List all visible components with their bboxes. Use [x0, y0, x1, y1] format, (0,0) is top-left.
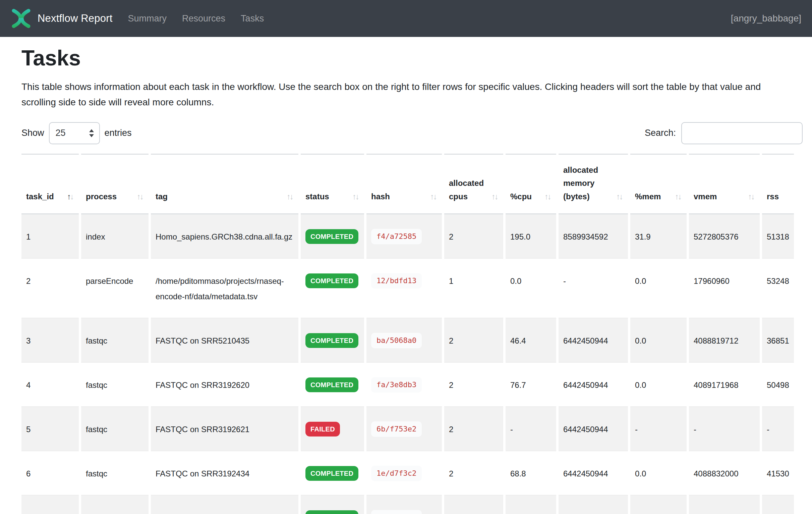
sort-icons: ↑↓	[675, 190, 682, 203]
cell-allocated-cpus: 2	[444, 495, 503, 514]
col-header-allocated-memory[interactable]: allocated memory (bytes) ↑↓	[558, 154, 628, 214]
col-label: process	[86, 190, 117, 203]
sort-desc-icon: ↓	[355, 192, 359, 201]
nav-link-tasks[interactable]: Tasks	[241, 13, 264, 24]
cell-tag: FASTQC on SRR3192434	[151, 451, 298, 495]
status-badge: COMPLETED	[306, 510, 358, 514]
col-label: %cpu	[510, 190, 532, 203]
cell-tag: FASTQC on SRR5210435	[151, 318, 298, 363]
cell-rss: 41530	[762, 451, 794, 495]
cell-allocated-memory: 6442450944	[558, 407, 628, 451]
table-row: 1 index Homo_sapiens.GRCh38.cdna.all.fa.…	[22, 214, 794, 259]
cell-task-id: 2	[22, 259, 79, 318]
cell-vmem: 4089171968	[689, 363, 760, 407]
cell-task-id: 3	[22, 318, 79, 363]
hash-code: ba/5068a0	[371, 333, 422, 348]
col-label: task_id	[26, 190, 54, 203]
sort-icons: ↑↓	[545, 190, 551, 203]
header-row: task_id ↑↓ process ↑↓ tag ↑↓ status ↑↓ h…	[22, 154, 794, 214]
page-length-value: 25	[56, 128, 66, 138]
col-label: %mem	[635, 190, 661, 203]
col-label: rss	[767, 190, 779, 203]
cell-tag: FASTQC on SRR3192620	[151, 363, 298, 407]
col-label: hash	[371, 190, 390, 203]
show-label: Show	[22, 128, 44, 138]
col-header-vmem[interactable]: vmem ↑↓	[689, 154, 760, 214]
cell-process: fastqc	[81, 495, 148, 514]
col-header-pcpu[interactable]: %cpu ↑↓	[505, 154, 556, 214]
col-header-status[interactable]: status ↑↓	[301, 154, 364, 214]
cell-rss: 51318	[762, 214, 794, 259]
col-header-task-id[interactable]: task_id ↑↓	[22, 154, 79, 214]
col-header-process[interactable]: process ↑↓	[81, 154, 148, 214]
sort-icons: ↑↓	[352, 190, 359, 203]
cell-task-id: 6	[22, 451, 79, 495]
status-badge: FAILED	[306, 422, 340, 436]
search-control: Search:	[645, 122, 803, 144]
sort-desc-icon: ↓	[548, 192, 551, 201]
cell-pcpu: 0.0	[505, 259, 556, 318]
col-label: allocated memory (bytes)	[563, 163, 614, 203]
cell-process: fastqc	[81, 363, 148, 407]
cell-pmem: -	[630, 407, 687, 451]
cell-pmem: 0.0	[630, 318, 687, 363]
sort-desc-icon: ↓	[619, 192, 623, 201]
col-header-allocated-cpus[interactable]: allocated cpus ↑↓	[444, 154, 503, 214]
hash-code: 6b/f753e2	[371, 422, 422, 437]
cell-task-id: 1	[22, 214, 79, 259]
hash-code: f4/a72585	[371, 229, 422, 244]
cell-hash: 5e/4886ef	[367, 495, 442, 514]
cell-allocated-memory: 6442450944	[558, 451, 628, 495]
cell-pcpu: 76.7	[505, 363, 556, 407]
cell-hash: 6b/f753e2	[367, 407, 442, 451]
cell-hash: 12/bdfd13	[367, 259, 442, 318]
cell-rss: 50498	[762, 363, 794, 407]
status-badge: COMPLETED	[306, 273, 358, 288]
col-header-pmem[interactable]: %mem ↑↓	[630, 154, 687, 214]
cell-allocated-cpus: 2	[444, 407, 503, 451]
cell-process: parseEncode	[81, 259, 148, 318]
cell-status: COMPLETED	[301, 318, 364, 363]
cell-pcpu: 46.4	[505, 318, 556, 363]
cell-rss: 38431	[762, 495, 794, 514]
nextflow-logo-icon	[11, 8, 31, 29]
col-header-rss[interactable]: rss	[762, 154, 794, 214]
col-header-tag[interactable]: tag ↑↓	[151, 154, 298, 214]
cell-vmem: 4088832000	[689, 451, 760, 495]
cell-allocated-memory: 6442450944	[558, 363, 628, 407]
page-length-control: Show 25 entries	[22, 122, 132, 144]
search-label: Search:	[645, 128, 676, 138]
cell-vmem: 5272805376	[689, 214, 760, 259]
hash-code: 5e/4886ef	[371, 510, 422, 514]
sort-desc-icon: ↓	[140, 192, 144, 201]
brand-link[interactable]: Nextflow Report	[11, 8, 113, 29]
sort-icons: ↑↓	[748, 190, 755, 203]
sort-icons: ↑↓	[137, 190, 144, 203]
cell-pcpu: 195.0	[505, 214, 556, 259]
cell-status: COMPLETED	[301, 259, 364, 318]
run-name: [angry_babbage]	[731, 13, 801, 24]
nav-link-resources[interactable]: Resources	[182, 13, 225, 24]
col-header-hash[interactable]: hash ↑↓	[367, 154, 442, 214]
hash-code: fa/3e8db3	[371, 377, 422, 393]
tasks-table-wrapper[interactable]: task_id ↑↓ process ↑↓ tag ↑↓ status ↑↓ h…	[22, 154, 812, 514]
cell-pcpu: 68.8	[505, 451, 556, 495]
cell-process: fastqc	[81, 451, 148, 495]
search-input[interactable]	[681, 122, 803, 144]
cell-pmem: 0.0	[630, 363, 687, 407]
nav-link-summary[interactable]: Summary	[128, 13, 167, 24]
sort-desc-icon: ↓	[433, 192, 437, 201]
hash-code: 12/bdfd13	[371, 273, 422, 289]
cell-hash: 1e/d7f3c2	[367, 451, 442, 495]
cell-hash: fa/3e8db3	[367, 363, 442, 407]
cell-task-id: 7	[22, 495, 79, 514]
cell-status: COMPLETED	[301, 495, 364, 514]
navbar: Nextflow Report Summary Resources Tasks …	[0, 0, 812, 37]
page-length-select[interactable]: 25	[49, 122, 100, 144]
cell-rss: 36851	[762, 318, 794, 363]
cell-task-id: 4	[22, 363, 79, 407]
status-badge: COMPLETED	[306, 466, 358, 481]
page-content: Tasks This table shows information about…	[0, 46, 812, 144]
status-badge: COMPLETED	[306, 229, 358, 244]
entries-label: entries	[105, 128, 132, 138]
